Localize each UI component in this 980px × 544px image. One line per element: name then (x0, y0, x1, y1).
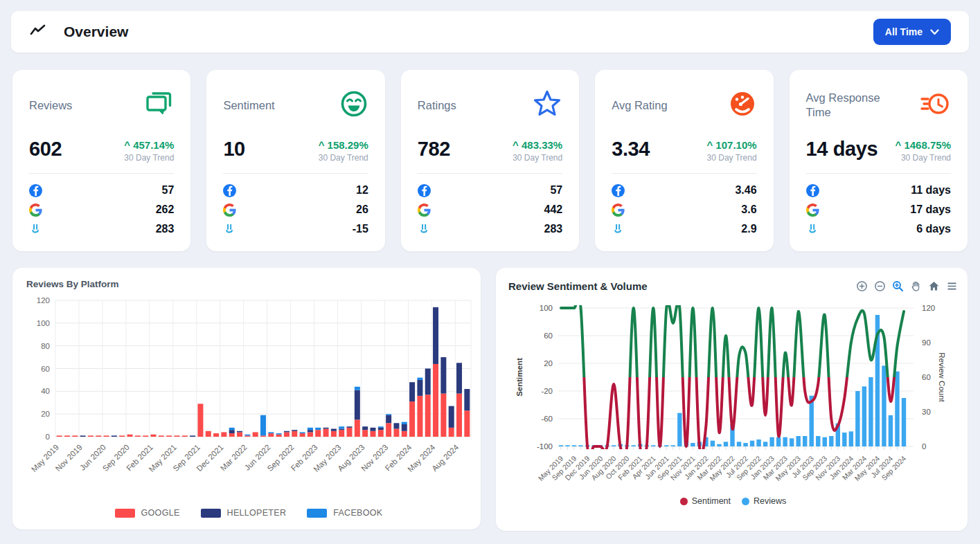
legend-item-reviews[interactable]: Reviews (742, 496, 786, 506)
time-range-button[interactable]: All Time (873, 19, 951, 45)
reviews-dot (742, 498, 749, 505)
platform-value: 57 (162, 184, 175, 197)
smiley-icon (339, 89, 368, 121)
trend-label: 30 Day Trend (319, 153, 368, 163)
time-range-label: All Time (885, 26, 923, 37)
svg-text:0: 0 (46, 433, 50, 441)
svg-text:0: 0 (922, 442, 926, 451)
google-swatch (115, 509, 135, 518)
chart-title: Reviews By Platform (26, 279, 478, 289)
platform-value: 11 days (911, 184, 951, 197)
trend-label: 30 Day Trend (513, 153, 562, 163)
hellopeter-icon (418, 223, 431, 236)
legend-item-sentiment[interactable]: Sentiment (680, 496, 731, 506)
zoom-in-icon[interactable] (856, 280, 868, 292)
chat-icon (143, 89, 174, 121)
page-title: Overview (64, 24, 128, 40)
divider (806, 173, 951, 174)
platform-value: 12 (356, 184, 368, 197)
legend-item-facebook[interactable]: FACEBOOK (307, 508, 382, 518)
menu-icon[interactable] (946, 280, 958, 292)
platform-row: 262 (29, 200, 174, 219)
legend-item-google[interactable]: GOOGLE (115, 508, 180, 518)
platform-value: 57 (550, 184, 562, 197)
platform-row: 3.46 (612, 181, 756, 200)
platform-row: 11 days (806, 181, 951, 200)
svg-text:100: 100 (540, 304, 553, 312)
svg-text:90: 90 (922, 338, 931, 347)
card-avg-response-time: Avg Response Time 14 days ^ 1468.75% 30 … (790, 70, 968, 251)
svg-text:120: 120 (922, 304, 935, 312)
platform-value: 6 days (916, 223, 951, 235)
speed-clock-icon (919, 90, 951, 120)
legend-item-hellopeter[interactable]: HELLOPETER (201, 508, 287, 518)
platform-row: 2.9 (612, 219, 756, 239)
hellopeter-icon (806, 223, 819, 236)
platform-value: -15 (353, 223, 368, 235)
svg-text:-100: -100 (537, 442, 553, 451)
google-icon (29, 203, 42, 217)
reviews-by-platform-panel: Reviews By Platform 020406080100120May 2… (12, 268, 481, 529)
divider (418, 173, 562, 174)
platform-value: 2.9 (741, 223, 756, 235)
platform-value: 283 (544, 223, 562, 235)
trend-line-icon (29, 23, 47, 41)
platform-row: 17 days (806, 200, 951, 219)
card-value: 10 (223, 138, 244, 161)
legend-label: GOOGLE (141, 508, 180, 518)
card-title: Ratings (418, 98, 456, 113)
platform-value: 17 days (910, 203, 951, 216)
trend-label: 30 Day Trend (895, 153, 951, 163)
hellopeter-swatch (201, 509, 221, 518)
card-sentiment: Sentiment 10 ^ 158.29% 30 Day Trend 12 (206, 70, 384, 251)
svg-text:60: 60 (544, 332, 553, 340)
divider (223, 173, 368, 174)
trend-label: 30 Day Trend (124, 153, 174, 163)
card-title: Avg Rating (612, 98, 667, 113)
platform-value: 442 (544, 203, 562, 216)
platform-row: 283 (29, 219, 174, 239)
selection-zoom-icon[interactable] (892, 280, 904, 292)
hellopeter-icon (29, 223, 42, 236)
svg-text:60: 60 (41, 365, 50, 373)
divider (29, 173, 174, 174)
home-icon[interactable] (928, 280, 940, 292)
chevron-down-icon (930, 26, 939, 37)
card-reviews: Reviews 602 ^ 457.14% 30 Day Trend 57 (12, 70, 190, 251)
svg-text:60: 60 (922, 373, 931, 381)
gauge-icon (728, 89, 757, 121)
platform-value: 3.6 (741, 203, 756, 216)
chart-title: Review Sentiment & Volume (508, 280, 648, 292)
platform-row: 442 (418, 200, 562, 219)
svg-text:20: 20 (41, 410, 50, 418)
divider (612, 173, 756, 174)
trend-percent: ^ 158.29% (319, 139, 368, 151)
reviews-by-platform-chart: 020406080100120May 2019Nov 2019Jun 2020S… (19, 291, 476, 505)
svg-text:Review Count: Review Count (938, 352, 946, 402)
platform-row: 26 (223, 200, 368, 219)
card-value: 14 days (806, 138, 878, 161)
svg-text:-60: -60 (541, 415, 553, 423)
card-avg-rating: Avg Rating 3.34 ^ 107.10% 30 Day Trend (595, 70, 773, 251)
sentiment-volume-chart[interactable]: 1006020-20-60-1001209060300SentimentRevi… (508, 296, 958, 498)
chart-toolbar (856, 280, 958, 292)
sentiment-legend: Sentiment Reviews (508, 496, 958, 506)
pan-icon[interactable] (910, 280, 922, 292)
platform-row: 6 days (806, 219, 951, 239)
google-icon (223, 203, 236, 217)
card-value: 782 (418, 138, 450, 161)
facebook-icon (612, 184, 625, 197)
platform-value: 3.46 (735, 184, 756, 197)
card-title: Sentiment (223, 98, 274, 113)
svg-text:40: 40 (41, 387, 50, 395)
card-ratings: Ratings 782 ^ 483.33% 30 Day Trend 57 44… (401, 70, 579, 251)
platform-row: 283 (418, 219, 562, 239)
card-value: 3.34 (612, 138, 650, 161)
trend-percent: ^ 457.14% (124, 139, 174, 151)
zoom-out-icon[interactable] (874, 280, 886, 292)
platform-row: 12 (223, 181, 368, 200)
hellopeter-icon (223, 223, 236, 236)
card-value: 602 (29, 138, 62, 161)
trend-percent: ^ 107.10% (706, 139, 756, 151)
svg-text:100: 100 (37, 319, 50, 327)
